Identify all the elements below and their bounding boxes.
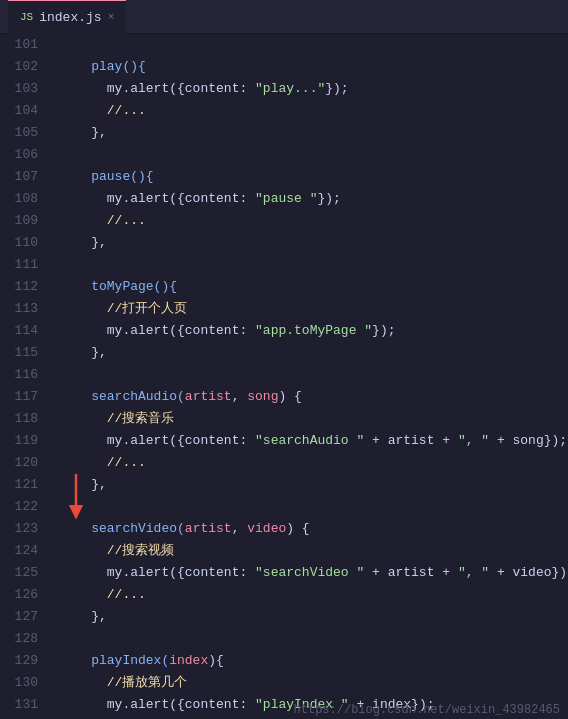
- code-line: searchAudio(artist, song) {: [60, 386, 568, 408]
- code-line: my.alert({content: "app.toMyPage "});: [60, 320, 568, 342]
- line-number: 126: [0, 584, 38, 606]
- code-line: //搜索视频: [60, 540, 568, 562]
- code-content: play(){ my.alert({content: "play..."}); …: [48, 34, 568, 719]
- code-line: play(){: [60, 56, 568, 78]
- line-number: 111: [0, 254, 38, 276]
- line-number: 117: [0, 386, 38, 408]
- line-numbers: 1011021031041051061071081091101111121131…: [0, 34, 48, 719]
- code-line: },: [60, 474, 568, 496]
- code-line: },: [60, 606, 568, 628]
- code-line: [60, 254, 568, 276]
- code-line: [60, 144, 568, 166]
- line-number: 121: [0, 474, 38, 496]
- line-number: 114: [0, 320, 38, 342]
- tab-lang-icon: JS: [20, 11, 33, 23]
- code-line: },: [60, 342, 568, 364]
- line-number: 123: [0, 518, 38, 540]
- line-number: 122: [0, 496, 38, 518]
- line-number: 109: [0, 210, 38, 232]
- line-number: 130: [0, 672, 38, 694]
- line-number: 119: [0, 430, 38, 452]
- code-line: my.alert({content: "play..."});: [60, 78, 568, 100]
- line-number: 103: [0, 78, 38, 100]
- line-number: 116: [0, 364, 38, 386]
- tab-index-js[interactable]: JS index.js ×: [8, 0, 126, 34]
- line-number: 127: [0, 606, 38, 628]
- code-line: playIndex(index){: [60, 650, 568, 672]
- line-number: 104: [0, 100, 38, 122]
- line-number: 110: [0, 232, 38, 254]
- line-number: 124: [0, 540, 38, 562]
- code-line: [60, 496, 568, 518]
- code-line: my.alert({content: "searchVideo " + arti…: [60, 562, 568, 584]
- code-line: toMyPage(){: [60, 276, 568, 298]
- code-area: 1011021031041051061071081091101111121131…: [0, 34, 568, 719]
- line-number: 115: [0, 342, 38, 364]
- code-line: [60, 34, 568, 56]
- line-number: 106: [0, 144, 38, 166]
- line-number: 128: [0, 628, 38, 650]
- tab-close-button[interactable]: ×: [108, 11, 115, 23]
- code-line: searchVideo(artist, video) {: [60, 518, 568, 540]
- line-number: 105: [0, 122, 38, 144]
- line-number: 118: [0, 408, 38, 430]
- code-line: //...: [60, 210, 568, 232]
- line-number: 101: [0, 34, 38, 56]
- code-line: my.alert({content: "pause "});: [60, 188, 568, 210]
- line-number: 129: [0, 650, 38, 672]
- code-line: //搜索音乐: [60, 408, 568, 430]
- line-number: 120: [0, 452, 38, 474]
- line-number: 112: [0, 276, 38, 298]
- tab-filename: index.js: [39, 10, 101, 25]
- code-line: },: [60, 232, 568, 254]
- code-line: },: [60, 122, 568, 144]
- line-number: 113: [0, 298, 38, 320]
- status-bar: https://blog.csdn.net/weixin_43982465: [286, 701, 568, 719]
- code-line: //打开个人页: [60, 298, 568, 320]
- code-line: //...: [60, 452, 568, 474]
- line-number: 108: [0, 188, 38, 210]
- line-number: 131: [0, 694, 38, 716]
- code-line: //...: [60, 584, 568, 606]
- line-number: 102: [0, 56, 38, 78]
- code-line: [60, 628, 568, 650]
- code-line: //播放第几个: [60, 672, 568, 694]
- line-number: 125: [0, 562, 38, 584]
- code-line: [60, 364, 568, 386]
- tab-bar: JS index.js ×: [0, 0, 568, 34]
- line-number: 107: [0, 166, 38, 188]
- code-line: pause(){: [60, 166, 568, 188]
- code-line: //...: [60, 100, 568, 122]
- code-line: my.alert({content: "searchAudio " + arti…: [60, 430, 568, 452]
